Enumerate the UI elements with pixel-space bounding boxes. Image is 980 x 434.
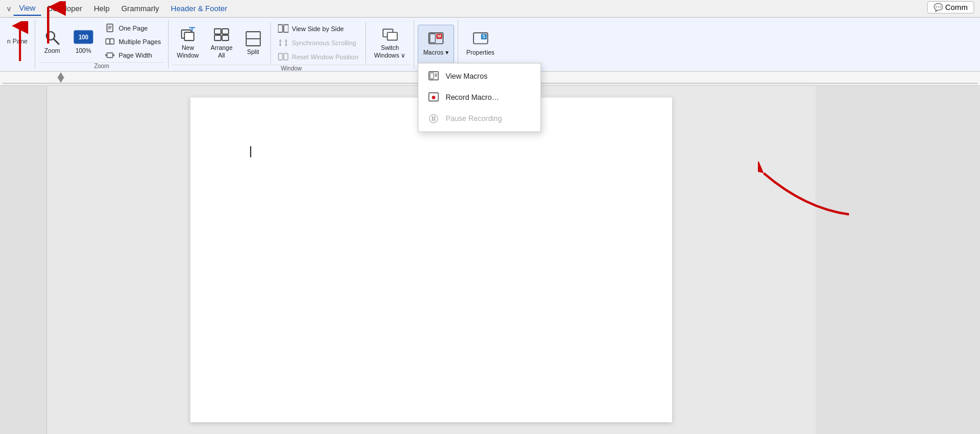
switch-windows-icon (382, 26, 398, 43)
svg-rect-10 (106, 39, 110, 44)
window-right-options: View Side by Side Synchronous Scro (274, 23, 362, 62)
svg-rect-22 (222, 29, 229, 34)
multiple-pages-label: Multiple Pages (119, 38, 161, 45)
pause-recording-item[interactable]: Pause Recording (418, 108, 541, 129)
document-page: | (190, 97, 672, 422)
zoom-options: One Page Multiple Pages (101, 22, 165, 61)
synchronous-scrolling-button[interactable]: Synchronous Scrolling (274, 36, 362, 49)
svg-marker-58 (58, 77, 65, 83)
zoom-100-button[interactable]: 100 100% (68, 22, 99, 61)
arrange-all-label: ArrangeAll (210, 44, 232, 59)
svg-rect-52 (434, 116, 436, 121)
synchronous-scrolling-label: Synchronous Scrolling (292, 39, 356, 46)
document-area-wrapper: | (0, 86, 980, 434)
record-macro-label: Record Macro… (445, 93, 499, 102)
svg-marker-32 (279, 44, 281, 46)
text-cursor: | (249, 144, 252, 157)
window-group-label: Window (172, 65, 410, 73)
split-button[interactable]: Split (240, 23, 267, 62)
menu-item-view[interactable]: View (14, 1, 42, 16)
comments-label: Comm (945, 3, 968, 12)
menu-item-grammarly[interactable]: Grammarly (115, 2, 165, 15)
svg-marker-33 (285, 39, 287, 42)
svg-rect-23 (214, 35, 221, 41)
switch-windows-button[interactable]: SwitchWindows ∨ (370, 23, 411, 62)
arrange-all-icon (213, 26, 230, 43)
one-page-label: One Page (119, 25, 148, 32)
svg-point-50 (429, 115, 438, 123)
zoom-100-label: 100% (75, 47, 91, 55)
view-side-by-side-icon (278, 23, 288, 34)
zoom-icon (44, 29, 61, 46)
comments-button[interactable]: 💬 Comm (927, 1, 974, 14)
svg-rect-28 (284, 25, 288, 32)
svg-rect-11 (110, 39, 114, 44)
view-macros-item[interactable]: View Macros (418, 66, 541, 87)
ribbon-group-window: NewWindow ArrangeAll (169, 20, 414, 69)
properties-button[interactable]: S Properties (462, 25, 499, 63)
view-macros-icon (428, 70, 439, 82)
svg-marker-34 (285, 44, 287, 46)
new-window-icon (180, 26, 196, 43)
menu-partial-left: v (5, 2, 14, 15)
macros-button[interactable]: M Macros ▾ (418, 25, 454, 63)
zoom-button[interactable]: Zoom (39, 22, 66, 61)
record-macro-icon (428, 92, 439, 103)
properties-icon: S (472, 31, 489, 48)
menu-item-developer[interactable]: Developer (41, 2, 88, 15)
right-margin (815, 86, 980, 434)
pause-recording-label: Pause Recording (445, 115, 502, 123)
macros-label: Macros ▾ (423, 49, 448, 56)
svg-rect-51 (432, 116, 434, 121)
nav-pane-panel (0, 86, 47, 434)
ribbon-group-zoom: Zoom 100 100% (35, 20, 169, 69)
svg-rect-20 (184, 32, 194, 41)
svg-point-49 (432, 96, 435, 99)
window-divider-2 (365, 22, 366, 63)
svg-rect-44 (430, 73, 434, 79)
reset-window-position-icon (278, 52, 288, 62)
ribbon-group-properties: S Properties (458, 20, 503, 69)
arrow-up-annotation (6, 21, 34, 64)
document-scroll-area[interactable]: | (47, 86, 815, 434)
split-label: Split (247, 48, 259, 56)
svg-text:100: 100 (79, 34, 89, 41)
svg-rect-36 (284, 53, 288, 60)
view-macros-label: View Macros (445, 72, 487, 80)
properties-label: Properties (466, 49, 495, 56)
page-width-button[interactable]: Page Width (101, 49, 165, 62)
page-width-icon (105, 50, 115, 60)
ribbon-group-nav: n Pane (0, 20, 35, 69)
ribbon: n Pane (0, 18, 980, 72)
view-side-by-side-button[interactable]: View Side by Side (274, 22, 362, 35)
svg-rect-35 (278, 53, 283, 60)
svg-line-3 (53, 39, 59, 44)
zoom-group-label: Zoom (39, 62, 165, 71)
macros-icon: M (428, 31, 444, 48)
svg-rect-40 (430, 34, 435, 43)
multiple-pages-button[interactable]: Multiple Pages (101, 35, 165, 48)
menu-item-help[interactable]: Help (88, 2, 116, 15)
reset-window-position-button[interactable]: Reset Window Position (274, 51, 362, 63)
svg-rect-27 (278, 25, 283, 32)
page-width-label: Page Width (119, 52, 152, 59)
new-window-button[interactable]: NewWindow (172, 23, 203, 62)
arrange-all-button[interactable]: ArrangeAll (206, 23, 237, 62)
svg-rect-12 (107, 53, 113, 58)
one-page-button[interactable]: One Page (101, 22, 165, 35)
comment-icon: 💬 (934, 3, 943, 12)
svg-rect-24 (222, 35, 229, 41)
one-page-icon (105, 23, 115, 33)
split-icon (245, 31, 261, 47)
record-macro-item[interactable]: Record Macro… (418, 87, 541, 108)
window-divider (270, 22, 271, 63)
svg-rect-38 (387, 33, 397, 41)
switch-windows-label: SwitchWindows ∨ (374, 44, 406, 59)
synchronous-scrolling-icon (278, 38, 288, 48)
pause-recording-icon (428, 113, 439, 125)
menu-item-header-footer[interactable]: Header & Footer (165, 2, 233, 15)
svg-text:S: S (482, 33, 485, 39)
svg-rect-21 (214, 29, 221, 34)
multiple-pages-icon (105, 36, 115, 47)
ribbon-group-macros: M Macros ▾ (414, 20, 458, 69)
